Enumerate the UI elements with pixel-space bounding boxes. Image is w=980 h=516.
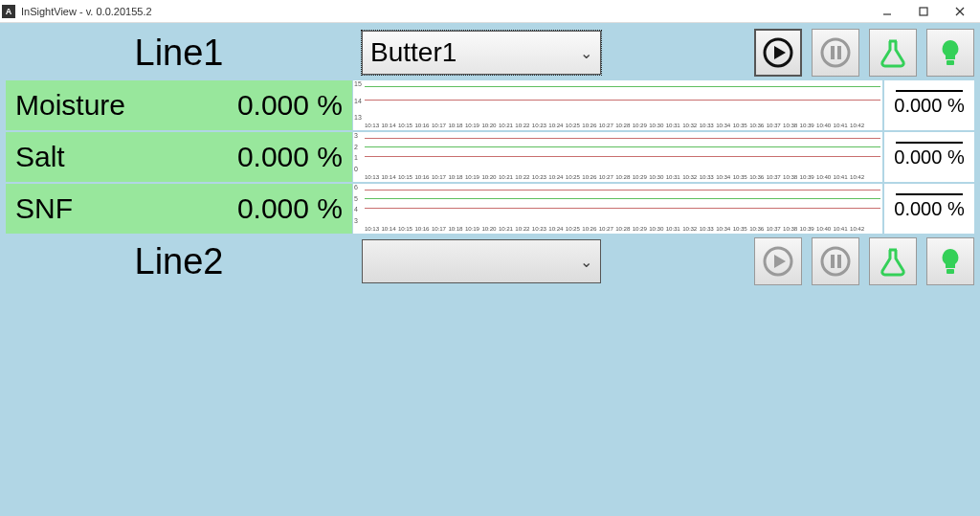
line1-product-select[interactable]: Butter1 ⌄ <box>362 31 601 75</box>
flask-icon <box>877 245 909 278</box>
measurement-label: Moisture 0.000 % <box>6 80 352 130</box>
svg-rect-8 <box>837 46 841 59</box>
svg-point-6 <box>822 39 849 66</box>
maximize-icon <box>918 6 929 17</box>
measurement-average-value: 0.000 % <box>894 198 964 220</box>
measurement-name: Moisture <box>15 89 125 122</box>
measurement-average: 0.000 % <box>882 184 974 234</box>
chevron-down-icon: ⌄ <box>580 44 592 62</box>
play-icon <box>762 36 794 69</box>
measurement-average-value: 0.000 % <box>894 146 964 168</box>
measurement-row: SNF 0.000 % 6543 10:1310:1410:1510:1610:… <box>6 182 974 234</box>
svg-rect-15 <box>947 269 954 274</box>
svg-rect-1 <box>920 8 927 15</box>
line1-bulb-button[interactable] <box>926 29 974 77</box>
minimize-icon <box>881 6 893 17</box>
window-maximize-button[interactable] <box>905 1 942 22</box>
measurement-name: Salt <box>15 141 65 173</box>
chart-xaxis: 10:1310:1410:1510:1610:1710:1810:1910:20… <box>365 173 880 182</box>
line2-play-button[interactable] <box>754 237 802 285</box>
chart-yaxis: 3210 <box>354 132 358 172</box>
measurement-name: SNF <box>15 192 73 225</box>
measurement-row: Moisture 0.000 % 151413 10:1310:1410:151… <box>6 79 974 130</box>
window-close-button[interactable] <box>942 1 978 22</box>
line2-bulb-button[interactable] <box>926 237 974 285</box>
svg-point-12 <box>822 248 849 275</box>
svg-rect-14 <box>837 255 841 268</box>
line2-header: Line2 ⌄ <box>6 237 974 285</box>
pause-icon <box>819 245 852 278</box>
svg-rect-13 <box>831 255 835 268</box>
line1-pause-button[interactable] <box>812 29 859 77</box>
line1-header: Line1 Butter1 ⌄ <box>6 29 974 77</box>
chart-yaxis: 6543 <box>354 184 358 224</box>
measurement-chart: 6543 10:1310:1410:1510:1610:1710:1810:19… <box>352 184 882 234</box>
close-icon <box>954 6 966 17</box>
app-content: Line1 Butter1 ⌄ Moisture 0.000 % <box>0 23 980 516</box>
chevron-down-icon: ⌄ <box>580 253 592 271</box>
bulb-icon <box>934 245 967 278</box>
chart-xaxis: 10:1310:1410:1510:1610:1710:1810:1910:20… <box>365 225 880 234</box>
line2-product-select[interactable]: ⌄ <box>362 239 601 283</box>
svg-rect-9 <box>947 60 954 65</box>
flask-icon <box>877 36 909 69</box>
line1-product-selected: Butter1 <box>370 37 457 68</box>
measurement-value: 0.000 % <box>237 192 343 225</box>
svg-marker-5 <box>774 46 786 59</box>
chart-yaxis: 151413 <box>354 80 362 121</box>
svg-rect-7 <box>831 46 835 59</box>
app-icon: A <box>2 5 15 18</box>
measurement-row: Salt 0.000 % 3210 10:1310:1410:1510:1610… <box>6 130 974 182</box>
measurement-label: SNF 0.000 % <box>6 184 352 234</box>
line1-play-button[interactable] <box>754 29 802 77</box>
measurement-chart: 151413 10:1310:1410:1510:1610:1710:1810:… <box>352 80 882 130</box>
measurement-value: 0.000 % <box>237 141 343 173</box>
line2-pause-button[interactable] <box>812 237 859 285</box>
measurement-label: Salt 0.000 % <box>6 132 352 182</box>
line1-title: Line1 <box>6 31 352 76</box>
bulb-icon <box>934 36 967 69</box>
line2-lab-button[interactable] <box>869 237 917 285</box>
line1-lab-button[interactable] <box>869 29 917 77</box>
measurement-average: 0.000 % <box>882 80 974 130</box>
svg-marker-11 <box>774 255 786 268</box>
measurement-value: 0.000 % <box>237 89 343 122</box>
line2-title: Line2 <box>6 239 352 284</box>
play-icon <box>762 245 794 278</box>
pause-icon <box>819 36 852 69</box>
window-titlebar: A InSightView - v. 0.0.20155.2 <box>0 0 980 23</box>
chart-xaxis: 10:1310:1410:1510:1610:1710:1810:1910:20… <box>365 122 880 130</box>
measurement-average-value: 0.000 % <box>894 95 964 117</box>
window-minimize-button[interactable] <box>869 1 905 22</box>
window-title: InSightView - v. 0.0.20155.2 <box>21 6 869 17</box>
measurement-average: 0.000 % <box>882 132 974 182</box>
measurement-chart: 3210 10:1310:1410:1510:1610:1710:1810:19… <box>352 132 882 182</box>
